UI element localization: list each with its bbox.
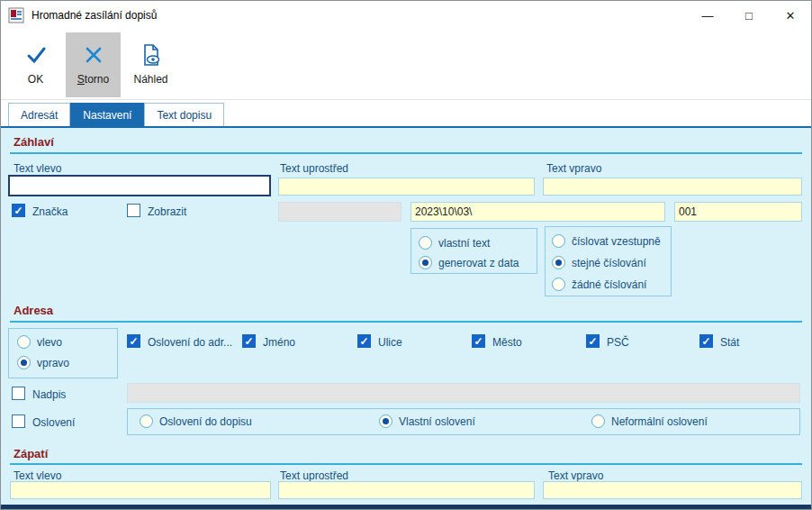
osloveni-checkbox[interactable] (12, 414, 25, 428)
zapati-text-vpravo-input[interactable] (543, 481, 802, 499)
zahlavi-text-uprostred-input[interactable] (278, 178, 535, 196)
zapati-text-vlevo-input[interactable] (10, 481, 271, 499)
zobrazit-label: Zobrazit (148, 205, 186, 218)
tab-adresat[interactable]: Adresát (8, 103, 70, 126)
stat-label: Stát (720, 336, 739, 349)
vpravo-radio[interactable] (17, 356, 31, 369)
stat-checkbox[interactable]: ✓ (699, 334, 713, 348)
check-icon: ✓ (474, 336, 483, 347)
osloveni-do-dopisu-radio[interactable] (140, 414, 153, 428)
zapati-text-uprostred-input[interactable] (278, 481, 535, 499)
mesto-checkbox[interactable]: ✓ (472, 334, 485, 348)
zapati-text-uprostred-label: Text uprostřed (280, 469, 348, 482)
preview-document-eye-icon (140, 43, 163, 67)
nadpis-input (127, 383, 800, 403)
znacka-date-input[interactable] (411, 202, 665, 222)
section-title-zahlavi: Záhlaví (14, 135, 54, 149)
znacka-number-input[interactable] (674, 202, 802, 222)
stejne-cislovani-radio[interactable] (552, 256, 565, 269)
window-controls: — □ ✕ (687, 1, 811, 30)
zapati-divider (10, 463, 802, 465)
tab-nastaveni[interactable]: Nastavení (70, 103, 144, 126)
titlebar: Hromadné zasílání dopisů — □ ✕ (1, 1, 811, 30)
storno-x-icon (82, 43, 105, 67)
window-title: Hromadné zasílání dopisů (32, 9, 687, 22)
generovat-z-data-label: generovat z data (438, 257, 519, 269)
zahlavi-text-vlevo-label: Text vlevo (14, 162, 61, 175)
close-icon[interactable]: ✕ (770, 1, 811, 30)
zahlavi-text-vpravo-input[interactable] (543, 178, 802, 196)
dialog-window: Hromadné zasílání dopisů — □ ✕ OK Storno (0, 0, 812, 510)
window-bottom-edge (1, 505, 811, 509)
check-icon: ✓ (701, 336, 710, 347)
nadpis-label: Nadpis (32, 388, 66, 401)
osloveni-do-adresy-label: Oslovení do adr... (148, 336, 232, 349)
zahlavi-text-vlevo-input[interactable] (8, 175, 271, 196)
tab-page-nastaveni: Záhlaví Text vlevo Text uprostřed Text v… (1, 128, 811, 505)
storno-button-label: Storno (77, 73, 109, 86)
toolbar: OK Storno Náhled (1, 30, 811, 100)
section-title-zapati: Zápatí (14, 447, 48, 460)
vlastni-text-label: vlastní text (438, 237, 490, 250)
osloveni-do-dopisu-label: Oslovení do dopisu (159, 415, 252, 428)
section-title-adresa: Adresa (14, 304, 53, 317)
psc-checkbox[interactable]: ✓ (586, 334, 600, 348)
zahlavi-text-vpravo-label: Text vpravo (546, 162, 601, 175)
adresa-divider (10, 321, 802, 323)
zahlavi-divider (10, 152, 802, 154)
znacka-custom-text-input (278, 202, 401, 222)
check-icon: ✓ (14, 205, 23, 216)
nadpis-checkbox[interactable] (12, 387, 25, 400)
znacka-checkbox[interactable]: ✓ (12, 204, 25, 217)
osloveni-label: Oslovení (32, 416, 75, 429)
maximize-icon[interactable]: □ (728, 1, 770, 30)
tabbar: Adresát Nastavení Text dopisu (1, 100, 811, 128)
vpravo-label: vpravo (37, 357, 69, 369)
zapati-text-vlevo-label: Text vlevo (14, 469, 61, 482)
minimize-icon[interactable]: — (687, 1, 728, 30)
check-icon: ✓ (359, 336, 368, 347)
generovat-z-data-radio[interactable] (419, 256, 432, 269)
jmeno-label: Jméno (263, 336, 295, 349)
cislovat-vzestupne-radio[interactable] (552, 234, 565, 248)
check-icon: ✓ (244, 336, 253, 347)
ok-button-label: OK (28, 73, 43, 86)
zahlavi-text-uprostred-label: Text uprostřed (280, 162, 348, 175)
nahled-button-label: Náhled (133, 73, 167, 86)
vlastni-osloveni-label: Vlastní oslovení (399, 415, 475, 428)
check-icon: ✓ (129, 336, 138, 347)
zobrazit-checkbox[interactable] (127, 204, 140, 217)
zapati-text-vpravo-label: Text vpravo (548, 469, 603, 482)
neformalni-osloveni-radio[interactable] (591, 414, 605, 428)
ok-button[interactable]: OK (8, 32, 63, 97)
jmeno-checkbox[interactable]: ✓ (242, 334, 256, 348)
ok-check-icon (24, 43, 48, 67)
ulice-checkbox[interactable]: ✓ (357, 334, 371, 348)
tab-text-dopisu[interactable]: Text dopisu (144, 103, 224, 126)
znacka-label: Značka (32, 205, 68, 218)
osloveni-do-adresy-checkbox[interactable]: ✓ (127, 334, 140, 348)
vlastni-osloveni-radio[interactable] (379, 414, 392, 428)
check-icon: ✓ (588, 336, 597, 347)
mesto-label: Město (492, 336, 522, 349)
zadne-cislovani-label: žádné číslování (572, 278, 646, 291)
app-icon (8, 7, 24, 23)
zadne-cislovani-radio[interactable] (552, 278, 565, 291)
storno-button[interactable]: Storno (66, 32, 121, 97)
vlevo-radio[interactable] (17, 335, 31, 349)
nahled-button[interactable]: Náhled (123, 32, 178, 97)
psc-label: PSČ (607, 336, 629, 349)
stejne-cislovani-label: stejné číslování (572, 257, 646, 269)
vlevo-label: vlevo (37, 336, 62, 349)
neformalni-osloveni-label: Neformální oslovení (611, 415, 708, 428)
vlastni-text-radio[interactable] (419, 236, 432, 250)
ulice-label: Ulice (378, 336, 402, 349)
cislovat-vzestupne-label: číslovat vzestupně (572, 235, 661, 248)
